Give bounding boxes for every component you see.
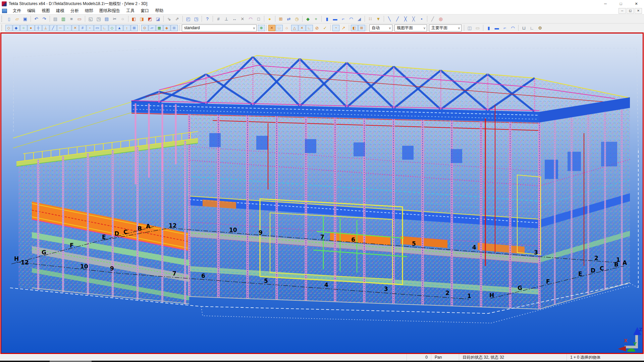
report-icon[interactable]: ▤ xyxy=(103,15,111,22)
undo-icon[interactable]: ↶ xyxy=(33,15,40,22)
open-model-icon[interactable]: ▱ xyxy=(13,15,21,22)
inquire-icon[interactable]: ? xyxy=(204,15,211,22)
save-model-icon[interactable]: ▣ xyxy=(21,15,29,22)
phase-b-icon[interactable]: ◨ xyxy=(138,15,146,22)
create-weld-icon[interactable]: ▼ xyxy=(375,15,382,22)
profile-u-icon[interactable]: ⊔ xyxy=(520,24,528,32)
child-minimize-button[interactable]: ─ xyxy=(619,8,626,14)
component-catalog-icon[interactable]: ◆ xyxy=(304,15,312,22)
select-check-icon[interactable]: ✓ xyxy=(321,24,329,32)
select-filter-globe-icon[interactable]: ⊕ xyxy=(258,25,265,31)
select-points-icon[interactable]: △ xyxy=(291,25,298,31)
model-canvas[interactable]: H12GFEDCBA1210976543211097654321HGFEDCBA… xyxy=(1,34,643,353)
work-plane-combo[interactable]: 视图平面∨ xyxy=(394,24,427,32)
snap-ref-line-icon[interactable]: ◇ xyxy=(109,25,116,31)
menu-item-1[interactable]: 编辑 xyxy=(24,7,39,14)
snap-free-icon[interactable]: ↕ xyxy=(123,25,130,31)
select-no-hourglass-icon[interactable]: ⊘ xyxy=(313,24,321,32)
add-component-icon[interactable]: + xyxy=(312,15,320,22)
select-x-icon[interactable]: ✕ xyxy=(299,25,306,31)
minimize-button[interactable]: ─ xyxy=(598,0,613,7)
phase-a-icon[interactable]: ◧ xyxy=(130,15,138,22)
snap-midpoint-icon[interactable]: ● xyxy=(28,25,35,31)
orbit-tool-icon[interactable]: ⇗ xyxy=(173,15,181,22)
select-component-icon[interactable]: ◧ xyxy=(351,25,358,31)
pan-tool-icon[interactable]: ⇘ xyxy=(165,15,173,22)
copy-object-icon[interactable]: ⊞ xyxy=(277,15,285,22)
work-area-icon[interactable]: ◱ xyxy=(87,15,95,22)
polybeam-tool-icon[interactable]: ⌐ xyxy=(501,24,509,32)
new-model-icon[interactable]: ▯ xyxy=(5,15,13,22)
snap-plane-icon[interactable]: ▱ xyxy=(149,25,156,31)
redo-icon[interactable]: ↷ xyxy=(41,15,48,22)
select-all-icon[interactable]: ✕ xyxy=(268,25,275,31)
snap-depth-icon[interactable]: ⊙ xyxy=(141,25,148,31)
create-point-icon[interactable]: ● xyxy=(266,15,274,22)
point-tool-5-icon[interactable]: ▪ xyxy=(418,15,426,22)
toolbar-grip[interactable] xyxy=(1,25,4,31)
menu-item-8[interactable]: 窗口 xyxy=(138,7,152,14)
copy-3d-icon[interactable]: ◫ xyxy=(466,24,474,32)
snap-ortho-icon[interactable]: ⊞ xyxy=(131,25,138,31)
snap-corner-icon[interactable]: ∟ xyxy=(101,25,108,31)
copy-properties-icon[interactable]: ▤ xyxy=(52,15,59,22)
toolbar-grip[interactable] xyxy=(1,16,4,22)
circle-tool-icon[interactable]: ◎ xyxy=(437,15,445,22)
snap-grid-line-icon[interactable]: # xyxy=(79,25,86,31)
point-tool-2-icon[interactable]: ╱ xyxy=(394,15,401,22)
select-hourglass-icon[interactable]: ◔ xyxy=(332,25,339,31)
viewport-3d[interactable]: H12GFEDCBA1210976543211097654321HGFEDCBA… xyxy=(0,33,644,354)
measure-icon[interactable]: ↔ xyxy=(231,15,238,22)
phase-c-icon[interactable]: ◩ xyxy=(146,15,154,22)
beam-tool-icon[interactable]: ▬ xyxy=(493,24,501,32)
arc-icon[interactable]: ◠ xyxy=(247,15,255,22)
snap-mode-combo[interactable]: 自动∨ xyxy=(369,24,392,32)
export-model-icon[interactable]: ◳ xyxy=(193,15,200,22)
divide-line-icon[interactable]: ╱ xyxy=(429,15,437,22)
menu-item-0[interactable]: 文件 xyxy=(10,7,24,14)
create-plate-icon[interactable]: ◢ xyxy=(356,15,363,22)
delete-icon[interactable]: ✕ xyxy=(239,15,247,22)
snap-intersection-icon[interactable]: ┼ xyxy=(35,25,42,31)
create-column-icon[interactable]: ▮ xyxy=(323,15,331,22)
select-assembly-icon[interactable]: ⊞ xyxy=(358,25,365,31)
child-restore-button[interactable]: ◱ xyxy=(627,8,634,14)
erase-icon[interactable]: ▭ xyxy=(76,15,84,22)
create-grid-icon[interactable]: # xyxy=(215,15,222,22)
select-parts-icon[interactable]: □ xyxy=(276,25,283,31)
work-box-icon[interactable]: □ xyxy=(255,15,263,22)
menu-item-3[interactable]: 建模 xyxy=(53,7,67,14)
point-tool-1-icon[interactable]: ╲ xyxy=(386,15,393,22)
snap-override-2-icon[interactable]: ⊞ xyxy=(171,25,178,31)
profile-angle-icon[interactable]: ∟ xyxy=(528,24,536,32)
select-arrow-icon[interactable]: ↗ xyxy=(340,24,347,32)
snap-line-icon[interactable]: ╱ xyxy=(50,25,57,31)
erase-3d-icon[interactable]: ▭ xyxy=(474,24,482,32)
lasso-icon[interactable]: ○ xyxy=(119,15,127,22)
menu-item-7[interactable]: 工具 xyxy=(123,7,138,14)
move-object-icon[interactable]: ⇄ xyxy=(285,15,293,22)
snap-edge-icon[interactable]: ▭ xyxy=(94,25,101,31)
point-tool-4-icon[interactable]: ╳ xyxy=(410,15,418,22)
snap-grid-point-icon[interactable]: ▫ xyxy=(87,25,94,31)
close-button[interactable]: ✕ xyxy=(629,0,644,7)
snap-center-icon[interactable]: ○ xyxy=(20,25,27,31)
properties-profile-combo[interactable]: standard∨ xyxy=(182,24,257,32)
add-grid-line-icon[interactable]: ⊥ xyxy=(223,15,230,22)
paste-properties-icon[interactable]: ▥ xyxy=(60,15,67,22)
child-close-button[interactable]: ✕ xyxy=(635,8,642,14)
create-beam-icon[interactable]: ▬ xyxy=(331,15,339,22)
snap-end-icon[interactable]: ◆ xyxy=(13,25,20,31)
plane-type-combo[interactable]: 主要平面∨ xyxy=(429,24,462,32)
snap-auto-icon[interactable]: ▦ xyxy=(156,25,163,31)
select-step-icon[interactable]: ∟ xyxy=(306,25,313,31)
snap-extension-icon[interactable]: ─ xyxy=(57,25,64,31)
snap-any-icon[interactable]: ✕ xyxy=(72,25,79,31)
properties-dialog-icon[interactable]: ◳ xyxy=(95,15,103,22)
create-polybeam-icon[interactable]: ⌐ xyxy=(339,15,347,22)
menu-item-4[interactable]: 分析 xyxy=(67,7,82,14)
object-list-icon[interactable]: ≡ xyxy=(68,15,75,22)
settings-gear-icon[interactable]: ⚙ xyxy=(536,24,544,32)
cut-icon[interactable]: ✂ xyxy=(111,15,119,22)
snap-perpendicular-icon[interactable]: ⊥ xyxy=(42,25,49,31)
